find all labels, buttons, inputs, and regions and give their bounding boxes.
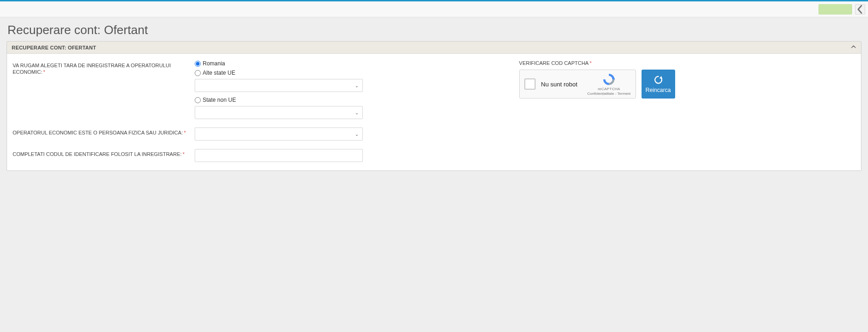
reload-button-label: Reincarca [646, 87, 671, 93]
chevron-down-icon: ⌄ [355, 110, 359, 115]
radio-romania[interactable]: Romania [195, 60, 363, 67]
panel-collapse-button[interactable] [851, 44, 856, 51]
code-label: COMPLETATI CODUL DE IDENTIFICARE FOLOSIT… [13, 149, 195, 157]
panel-title: RECUPERARE CONT: OFERTANT [12, 45, 96, 50]
required-mark: * [590, 60, 592, 66]
svg-marker-1 [659, 76, 662, 79]
required-mark: * [183, 151, 184, 157]
captcha-label: VERIFICARE COD CAPTCHA* [519, 60, 854, 66]
country-label: VA RUGAM ALEGETI TARA DE INREGISTRARE A … [13, 60, 195, 75]
radio-eu-label: Alte state UE [203, 70, 235, 76]
identification-code-input[interactable] [195, 149, 363, 162]
radio-noneu-label: State non UE [203, 97, 236, 103]
required-mark: * [43, 69, 45, 75]
top-toolbar [0, 1, 868, 17]
recaptcha-text: Nu sunt robot [541, 81, 582, 88]
captcha-column: VERIFICARE COD CAPTCHA* Nu sunt robot [519, 60, 854, 162]
panel-header: RECUPERARE CONT: OFERTANT [7, 42, 861, 54]
person-type-label: OPERATORUL ECONOMIC ESTE O PERSOANA FIZI… [13, 127, 195, 136]
form-column: VA RUGAM ALEGETI TARA DE INREGISTRARE A … [13, 60, 501, 162]
recaptcha-widget: Nu sunt robot reCAPTCHA [519, 70, 636, 99]
radio-noneu-input[interactable] [195, 97, 201, 103]
refresh-icon [653, 75, 663, 85]
radio-noneu[interactable]: State non UE [195, 97, 363, 103]
recaptcha-checkbox[interactable] [524, 78, 536, 90]
eu-state-select[interactable]: ⌄ [195, 79, 363, 92]
radio-eu[interactable]: Alte state UE [195, 70, 363, 76]
chevron-down-icon: ⌄ [355, 83, 359, 88]
recaptcha-brand: reCAPTCHA [598, 87, 620, 91]
page-title: Recuperare cont: Ofertant [7, 23, 861, 37]
chevron-down-icon: ⌄ [355, 132, 359, 137]
radio-romania-input[interactable] [195, 61, 201, 67]
radio-eu-input[interactable] [195, 70, 201, 76]
required-mark: * [184, 130, 186, 135]
sidebar-toggle-button[interactable] [855, 4, 865, 14]
panel-recuperare: RECUPERARE CONT: OFERTANT VA RUGAM ALEGE… [7, 41, 861, 171]
chevron-up-icon [851, 44, 856, 49]
noneu-state-select[interactable]: ⌄ [195, 106, 363, 119]
language-pill[interactable] [819, 4, 852, 14]
radio-romania-label: Romania [203, 60, 225, 67]
recaptcha-logo-icon [602, 72, 616, 86]
chevron-left-icon [855, 5, 865, 14]
recaptcha-legal: Confidențialitate - Termeni [587, 92, 631, 96]
reload-captcha-button[interactable]: Reincarca [642, 70, 675, 99]
person-type-select[interactable]: ⌄ [195, 127, 363, 141]
